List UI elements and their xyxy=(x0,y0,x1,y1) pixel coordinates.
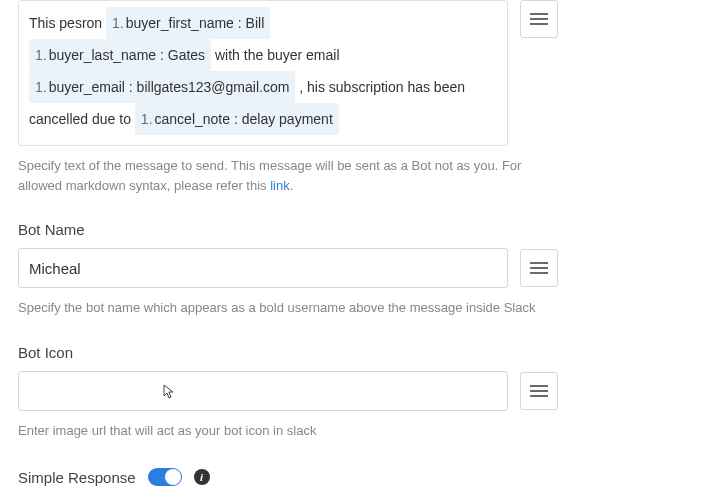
botname-input[interactable] xyxy=(18,248,508,288)
message-options-button[interactable] xyxy=(520,0,558,38)
message-text: This pesron xyxy=(29,15,102,31)
message-template-box[interactable]: This pesron 1.buyer_first_name : Bill 1.… xyxy=(18,0,508,146)
variable-token-first-name[interactable]: 1.buyer_first_name : Bill xyxy=(106,7,270,39)
botname-options-button[interactable] xyxy=(520,249,558,287)
variable-token-cancel-note[interactable]: 1.cancel_note : delay payment xyxy=(135,103,339,135)
botname-help-text: Specify the bot name which appears as a … xyxy=(18,298,538,318)
simple-response-toggle[interactable] xyxy=(148,468,182,486)
message-text: with the buyer email xyxy=(215,47,340,63)
markdown-link[interactable]: link xyxy=(270,178,290,193)
info-icon[interactable]: i xyxy=(194,469,210,485)
boticon-options-button[interactable] xyxy=(520,372,558,410)
botname-label: Bot Name xyxy=(18,221,708,238)
message-help-text: Specify text of the message to send. Thi… xyxy=(18,156,538,195)
boticon-label: Bot Icon xyxy=(18,344,708,361)
variable-token-last-name[interactable]: 1.buyer_last_name : Gates xyxy=(29,39,211,71)
boticon-help-text: Enter image url that will act as your bo… xyxy=(18,421,538,441)
boticon-input[interactable] xyxy=(18,371,508,411)
variable-token-email[interactable]: 1.buyer_email : billgates123@gmail.com xyxy=(29,71,295,103)
simple-response-label: Simple Response xyxy=(18,469,136,486)
